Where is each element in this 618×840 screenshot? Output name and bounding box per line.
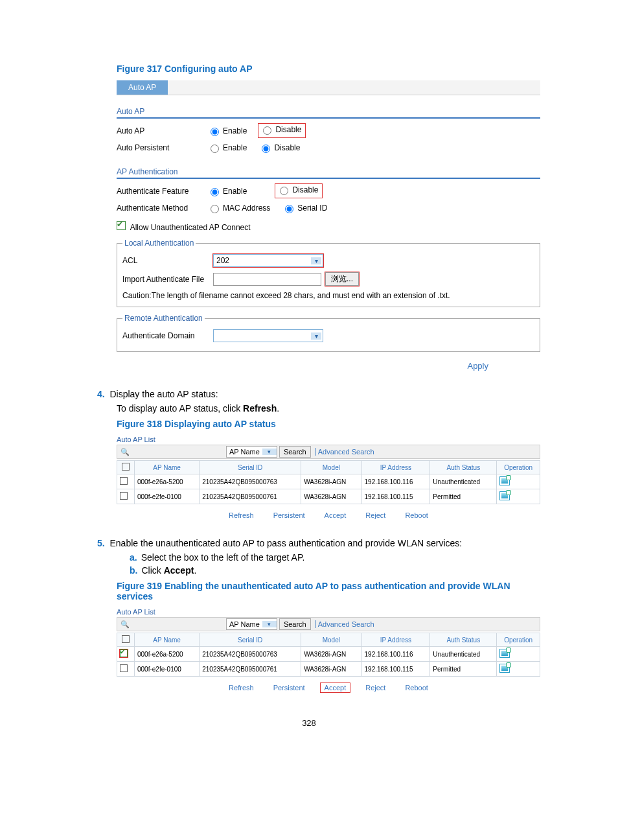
label-auto-ap: Auto AP [117,126,207,135]
search-input[interactable] [133,620,225,629]
auth-feature-disable-radio[interactable]: Disable [277,185,318,195]
caution-text: Caution:The length of filename cannot ex… [122,291,534,300]
chevron-down-icon: ▾ [311,332,321,340]
auth-feature-enable-radio[interactable]: Enable [207,186,247,196]
auto-ap-enable-radio[interactable]: Enable [207,126,247,136]
acl-select[interactable]: 202 ▾ [213,254,323,267]
advanced-search-link[interactable]: Advanced Search [315,620,374,628]
row-checkbox[interactable] [120,477,128,485]
figure-319: Auto AP List 🔍 AP Name ▾ Search Advanced… [117,608,540,692]
reboot-button[interactable]: Reboot [401,511,431,520]
figure-317: Auto AP Auto AP Auto AP Enable Disable A… [117,80,540,371]
allow-unauth-checkbox[interactable] [117,221,126,230]
section-ap-auth-title: AP Authentication [117,167,540,176]
chevron-down-icon: ▾ [311,257,321,264]
operation-icon[interactable] [499,649,510,658]
search-input[interactable] [133,447,225,456]
reboot-button[interactable]: Reboot [401,683,431,692]
search-icon: 🔍 [117,448,133,456]
label-auto-persistent: Auto Persistent [117,143,207,152]
figure-318-caption: Figure 318 Displaying auto AP status [117,419,540,429]
figure-318: Auto AP List 🔍 AP Name ▾ Search Advanced… [117,436,540,520]
ap-table: AP Name Serial ID Model IP Address Auth … [117,633,540,677]
search-button[interactable]: Search [279,446,311,458]
auth-method-serial-radio[interactable]: Serial ID [282,203,327,213]
label-auth-method: Authenticate Method [117,204,207,213]
action-buttons: Refresh Persistent Accept Reject Reboot [117,683,540,692]
label-auth-domain: Authenticate Domain [122,331,213,340]
accept-button[interactable]: Accept [321,511,350,520]
search-bar: 🔍 AP Name ▾ Search Advanced Search [117,445,540,459]
legend-local-auth: Local Authentication [122,239,196,248]
fieldset-remote-auth: Remote Authentication Authenticate Domai… [117,314,540,352]
auto-ap-list-title: Auto AP List [117,608,540,616]
reject-button[interactable]: Reject [361,511,389,520]
operation-icon[interactable] [499,664,510,673]
table-row: 000f-e26a-5200 210235A42QB095000763 WA36… [117,647,540,662]
table-row: 000f-e26a-5200 210235A42QB095000763 WA36… [117,474,540,489]
select-all-checkbox[interactable] [122,635,130,643]
search-field-select[interactable]: AP Name ▾ [226,446,277,458]
section-auto-ap-title: Auto AP [117,107,540,116]
allow-unauth-label: Allow Unauthenticated AP Connect [130,223,251,232]
persistent-button[interactable]: Persistent [269,683,309,692]
label-acl: ACL [122,256,213,265]
figure-317-caption: Figure 317 Configuring auto AP [117,64,540,74]
refresh-button[interactable]: Refresh [225,511,258,520]
row-checkbox[interactable] [120,492,128,500]
chevron-down-icon: ▾ [262,449,277,455]
chevron-down-icon: ▾ [262,621,277,627]
auto-ap-disable-radio[interactable]: Disable [260,124,301,135]
search-field-select[interactable]: AP Name ▾ [226,618,277,630]
row-checkbox[interactable] [120,649,128,657]
auth-method-mac-radio[interactable]: MAC Address [207,203,270,213]
fieldset-local-auth: Local Authentication ACL 202 ▾ Import Au… [117,239,540,307]
legend-remote-auth: Remote Authentication [122,314,205,323]
advanced-search-link[interactable]: Advanced Search [315,448,374,456]
operation-icon[interactable] [499,491,510,500]
auto-persistent-disable-radio[interactable]: Disable [258,143,300,153]
apply-button[interactable]: Apply [117,356,540,371]
row-checkbox[interactable] [120,664,128,672]
persistent-button[interactable]: Persistent [269,511,309,520]
search-icon: 🔍 [117,620,133,629]
browse-button[interactable]: 浏览... [325,272,359,286]
ap-table: AP Name Serial ID Model IP Address Auth … [117,460,540,504]
tab-bar: Auto AP [117,80,540,95]
table-row: 000f-e2fe-0100 210235A42QB095000761 WA36… [117,489,540,504]
auto-ap-list-title: Auto AP List [117,436,540,443]
figure-319-caption: Figure 319 Enabling the unauthenticated … [117,581,540,601]
import-file-field[interactable] [213,273,321,286]
page-number: 328 [78,718,540,728]
table-row: 000f-e2fe-0100 210235A42QB095000761 WA36… [117,662,540,677]
label-import-file: Import Authenticate File [122,275,213,284]
search-bar: 🔍 AP Name ▾ Search Advanced Search [117,617,540,631]
refresh-button[interactable]: Refresh [225,683,258,692]
action-buttons: Refresh Persistent Accept Reject Reboot [117,511,540,520]
accept-button[interactable]: Accept [321,683,350,692]
search-button[interactable]: Search [279,618,311,630]
reject-button[interactable]: Reject [361,683,389,692]
tab-auto-ap[interactable]: Auto AP [117,80,168,95]
select-all-checkbox[interactable] [122,463,130,471]
operation-icon[interactable] [499,476,510,485]
auto-persistent-enable-radio[interactable]: Enable [207,143,247,153]
label-auth-feature: Authenticate Feature [117,187,207,196]
auth-domain-select[interactable]: ▾ [213,329,323,342]
